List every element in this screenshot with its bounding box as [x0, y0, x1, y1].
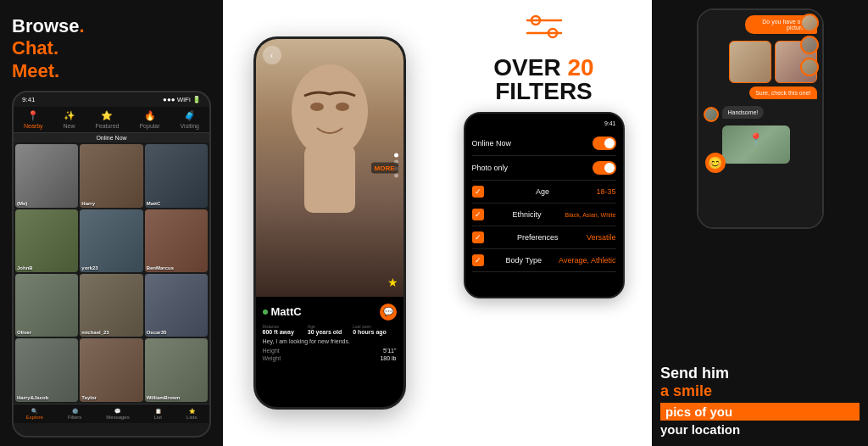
filters-icon	[523, 12, 565, 49]
profile-photo-bg: ‹ MORE	[256, 39, 403, 297]
checkbox-preferences[interactable]: ✓	[472, 231, 484, 243]
bottom-nav-explore[interactable]: 🔍Explore	[26, 408, 43, 420]
float-avatar-2	[800, 36, 819, 54]
filter-sliders-icon	[523, 12, 565, 46]
stat-age: Age 30 years old	[308, 324, 351, 335]
profile-bio: Hey, I am looking for new friends.	[263, 338, 397, 344]
toggle-knob-2	[604, 163, 615, 173]
filter-photo-only[interactable]: Photo only	[472, 156, 616, 181]
headline: Browse. Chat. Meet.	[12, 15, 211, 82]
headline-line1: Browse.	[12, 15, 211, 37]
floating-avatars	[800, 14, 819, 76]
filter-status-bar: 9:41	[472, 120, 616, 126]
profile-cell-2[interactable]: MattC	[145, 144, 208, 207]
svg-point-3	[336, 103, 349, 111]
nav-visiting[interactable]: 🧳Visiting	[181, 110, 199, 129]
phone-mockup-3: 9:41 Online Now Photo only ✓ Age 18-35 ✓…	[464, 112, 625, 298]
filter-preferences[interactable]: ✓ Preferences Versatile	[472, 226, 616, 249]
profile-stats: Distance 600 ft away Age 30 years old La…	[263, 324, 397, 335]
chat-row-3: Handsome!	[704, 106, 817, 122]
headline-line3: Meet.	[12, 60, 211, 82]
nav-nearby[interactable]: 📍Nearby	[24, 110, 43, 129]
panel-filters: OVER 20 FILTERS 9:41 Online Now Photo on…	[436, 0, 652, 446]
bottom-nav-lists[interactable]: ⭐Lists	[186, 408, 197, 420]
profile-cell-8[interactable]: Oscar35	[145, 274, 208, 337]
bottom-nav[interactable]: 🔍Explore ⚙️Filters 💬Messages 📋List ⭐List…	[14, 404, 209, 423]
toggle-online-now[interactable]	[593, 137, 616, 150]
profile-cell-3[interactable]: JohnB	[15, 209, 78, 272]
filter-ethnicity[interactable]: ✓ Ethnicity Black, Asian, White	[472, 203, 616, 226]
nav-new[interactable]: ✨New	[64, 110, 75, 129]
online-now-badge: Online Now	[14, 133, 209, 142]
profile-cell-6[interactable]: Oliver	[15, 274, 78, 337]
chat-image-1	[729, 41, 771, 83]
smile-emoji: 😊	[705, 153, 726, 173]
nav-featured[interactable]: ⭐Featured	[95, 110, 119, 129]
float-avatar-3	[800, 58, 819, 76]
profiles-grid: (Me) Harry MattC JohnB york23 BenMarcus …	[14, 142, 209, 403]
checkbox-ethnicity[interactable]: ✓	[472, 209, 484, 220]
headline-chat: Chat.	[12, 37, 58, 59]
detail-weight: Weight 180 lb	[263, 355, 397, 361]
your-location-text: your location	[660, 422, 740, 437]
profile-info: MattC 💬 Distance 600 ft away Age 30 year…	[256, 297, 403, 370]
chat-button[interactable]: 💬	[380, 304, 397, 321]
app-nav[interactable]: 📍Nearby ✨New ⭐Featured 🔥Popular 🧳Visitin…	[14, 107, 209, 133]
profile-cell-7[interactable]: michael_23	[80, 274, 142, 337]
map-container: 📍	[722, 125, 817, 164]
phone-mockup-1: 9:41 ●●● WiFi 🔋 📍Nearby ✨New ⭐Featured 🔥…	[12, 91, 211, 438]
dot-1	[394, 153, 398, 157]
svg-point-0	[292, 64, 368, 158]
filter-body-type[interactable]: ✓ Body Type Average, Athletic	[472, 249, 616, 272]
bottom-text: Send him a smile pics of you your locati…	[660, 365, 860, 438]
profile-name-row: MattC 💬	[263, 304, 397, 321]
toggle-knob	[604, 138, 615, 148]
toggle-photo-only[interactable]	[593, 161, 616, 175]
phone-mockup-2: ‹ MORE ★ MattC 💬 Distance 600 ft away	[253, 36, 406, 410]
bottom-nav-list[interactable]: 📋List	[154, 408, 162, 420]
headline-line2: Chat.	[12, 37, 211, 59]
status-bar-1: 9:41 ●●● WiFi 🔋	[14, 92, 209, 107]
dot-4	[394, 173, 398, 177]
filter-online-now[interactable]: Online Now	[472, 131, 616, 156]
checkbox-age[interactable]: ✓	[472, 186, 484, 198]
bottom-nav-messages[interactable]: 💬Messages	[106, 408, 129, 420]
chat-bubble-reply: Sure, check this one!	[749, 86, 816, 99]
nav-popular[interactable]: 🔥Popular	[139, 110, 159, 129]
over-text: OVER 20	[493, 56, 593, 80]
profile-cell-10[interactable]: Taylor	[80, 338, 142, 401]
profile-name-large: MattC	[271, 305, 302, 318]
online-indicator	[263, 309, 268, 315]
profile-cell-1[interactable]: Harry	[80, 144, 142, 207]
filter-age[interactable]: ✓ Age 18-35	[472, 181, 616, 203]
profile-cell-4[interactable]: york23	[80, 209, 142, 272]
chat-avatar-left	[704, 107, 719, 122]
headline-meet: Meet.	[12, 60, 59, 81]
pics-of-you-text: pics of you	[660, 403, 860, 421]
profile-cell-me[interactable]: (Me)	[15, 144, 78, 207]
svg-point-2	[310, 103, 324, 111]
panel-send-him: Do you have other pictures? Sure, check …	[652, 0, 868, 446]
profile-cell-11[interactable]: WilliamBrown	[145, 338, 208, 401]
send-him-text: Send him	[660, 365, 860, 383]
map-pin-icon: 📍	[748, 132, 763, 146]
back-button[interactable]: ‹	[263, 46, 281, 64]
dot-1: .	[79, 15, 84, 36]
profile-cell-5[interactable]: BenMarcus	[145, 209, 208, 272]
chat-row-2: Sure, check this one!	[704, 86, 817, 103]
svg-rect-1	[304, 145, 355, 213]
phone-mockup-4: Do you have other pictures? Sure, check …	[697, 8, 824, 229]
filters-text: FILTERS	[495, 80, 593, 103]
float-avatar-1	[800, 14, 819, 32]
panel-profile: ‹ MORE ★ MattC 💬 Distance 600 ft away	[223, 0, 436, 446]
face-silhouette	[279, 43, 381, 213]
checkbox-body-type[interactable]: ✓	[472, 254, 484, 266]
bottom-nav-filters[interactable]: ⚙️Filters	[68, 408, 81, 420]
chat-background: Do you have other pictures? Sure, check …	[698, 10, 822, 227]
profile-cell-9[interactable]: Harry&Jacob	[15, 338, 78, 401]
chat-bubble-handsome: Handsome!	[722, 106, 765, 119]
more-button[interactable]: MORE	[371, 162, 398, 173]
stat-distance: Distance 600 ft away	[263, 324, 306, 335]
a-smile-text: a smile	[660, 382, 712, 399]
star-icon[interactable]: ★	[387, 276, 398, 289]
